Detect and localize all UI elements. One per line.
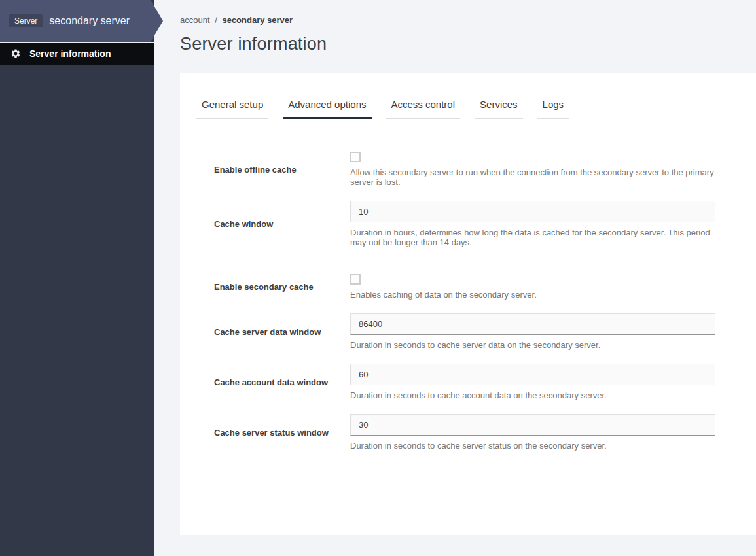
tab-access-control[interactable]: Access control bbox=[386, 99, 461, 119]
field-help-text: Enables caching of data on the secondary… bbox=[350, 290, 715, 300]
sidebar-item-label: Server information bbox=[29, 48, 111, 59]
field-help-text: Allow this secondary server to run when … bbox=[350, 167, 715, 187]
field-help-text: Duration in seconds to cache account dat… bbox=[350, 391, 715, 400]
enable-secondary-cache-checkbox[interactable] bbox=[350, 274, 361, 285]
cache-account-data-window-input[interactable] bbox=[350, 364, 715, 385]
tab-logs[interactable]: Logs bbox=[537, 99, 569, 119]
field-control: Duration in seconds to cache server data… bbox=[350, 313, 715, 350]
field-control: Allow this secondary server to run when … bbox=[350, 152, 715, 187]
server-type-badge: Server bbox=[9, 14, 43, 27]
field-label: Cache server status window bbox=[214, 428, 350, 438]
form-field-row: Cache account data window Duration in se… bbox=[214, 364, 715, 400]
field-label: Enable offline cache bbox=[214, 165, 350, 175]
field-label: Cache window bbox=[214, 219, 350, 229]
field-label: Cache account data window bbox=[214, 377, 350, 387]
tab-label: General setup bbox=[202, 99, 263, 110]
tab-label: Access control bbox=[391, 99, 456, 110]
tab-label: Advanced options bbox=[288, 99, 366, 110]
tab-label: Logs bbox=[543, 99, 564, 110]
field-control: Enables caching of data on the secondary… bbox=[350, 274, 715, 300]
main-content: account / secondary server Server inform… bbox=[154, 0, 756, 556]
sidebar-header: Server secondary server bbox=[0, 0, 163, 42]
sidebar: Server secondary server Server informati… bbox=[0, 0, 154, 556]
field-control: Duration in seconds to cache account dat… bbox=[350, 364, 715, 400]
tab-general-setup[interactable]: General setup bbox=[196, 99, 268, 119]
breadcrumb: account / secondary server bbox=[180, 15, 756, 25]
field-label: Enable secondary cache bbox=[214, 282, 350, 292]
field-control: Duration in seconds to cache server stat… bbox=[350, 414, 715, 451]
cache-server-data-window-input[interactable] bbox=[350, 313, 715, 335]
field-label: Cache server data window bbox=[214, 327, 350, 337]
field-help-text: Duration in hours, determines how long t… bbox=[350, 228, 715, 247]
form-field-row: Cache server status window Duration in s… bbox=[214, 414, 715, 451]
cache-server-status-window-input[interactable] bbox=[350, 414, 715, 436]
server-name: secondary server bbox=[49, 15, 130, 27]
tab-services[interactable]: Services bbox=[475, 99, 523, 119]
breadcrumb-current: secondary server bbox=[222, 15, 293, 25]
tab-bar: General setup Advanced options Access co… bbox=[196, 99, 715, 119]
field-help-text: Duration in seconds to cache server data… bbox=[350, 340, 715, 350]
gear-icon bbox=[10, 48, 21, 59]
form-field-row: Enable offline cache Allow this secondar… bbox=[214, 152, 715, 187]
content-card: General setup Advanced options Access co… bbox=[180, 73, 756, 535]
settings-form: Enable offline cache Allow this secondar… bbox=[196, 152, 715, 451]
breadcrumb-separator: / bbox=[215, 15, 217, 25]
tab-label: Services bbox=[480, 99, 518, 110]
app-root: Server secondary server Server informati… bbox=[0, 0, 756, 556]
tab-advanced-options[interactable]: Advanced options bbox=[283, 99, 371, 119]
sidebar-item-server-information[interactable]: Server information bbox=[0, 42, 154, 65]
form-field-row: Cache server data window Duration in sec… bbox=[214, 313, 715, 350]
field-control: Duration in hours, determines how long t… bbox=[350, 201, 715, 247]
page-title: Server information bbox=[180, 34, 756, 54]
cache-window-input[interactable] bbox=[350, 201, 715, 222]
breadcrumb-account-link[interactable]: account bbox=[180, 15, 210, 25]
field-help-text: Duration in seconds to cache server stat… bbox=[350, 441, 715, 451]
enable-offline-cache-checkbox[interactable] bbox=[350, 152, 361, 162]
form-field-row: Enable secondary cache Enables caching o… bbox=[214, 274, 715, 300]
form-field-row: Cache window Duration in hours, determin… bbox=[214, 201, 715, 247]
